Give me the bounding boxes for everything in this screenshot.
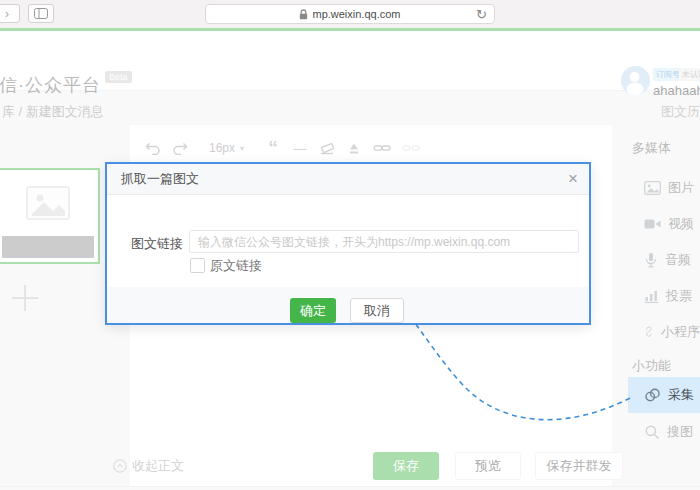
sidebar-item-label: 采集 (668, 386, 694, 404)
sidebar-item-collect[interactable]: 采集 (628, 377, 700, 413)
close-icon[interactable]: × (568, 169, 578, 189)
dialog-title: 抓取一篇图文 (107, 164, 589, 195)
confirm-button[interactable]: 确定 (290, 298, 336, 323)
forward-icon: › (5, 7, 9, 21)
browser-sidebar-toggle-button[interactable] (28, 4, 54, 23)
cancel-button[interactable]: 取消 (350, 298, 404, 323)
url-field-label: 图文链接 (131, 235, 183, 253)
reload-icon[interactable]: ↻ (476, 6, 487, 24)
grab-article-dialog: 抓取一篇图文 × 图文链接 原文链接 确定 取消 (105, 162, 591, 325)
url-text: mp.weixin.qq.com (312, 8, 400, 20)
address-bar[interactable]: mp.weixin.qq.com ↻ (205, 4, 495, 24)
lock-icon (299, 9, 308, 20)
original-link-label: 原文链接 (210, 257, 262, 275)
article-url-input[interactable] (189, 230, 579, 253)
collect-icon (644, 387, 661, 403)
weixin-mp-editor-page: › mp.weixin.qq.com ↻ 微信·公众平台Beta (0, 0, 700, 490)
dialog-footer (107, 287, 589, 323)
sidebar-toggle-icon (34, 8, 48, 19)
browser-chrome: › mp.weixin.qq.com ↻ (0, 0, 700, 29)
browser-forward-button[interactable]: › (0, 4, 20, 23)
original-link-checkbox[interactable] (190, 258, 205, 273)
